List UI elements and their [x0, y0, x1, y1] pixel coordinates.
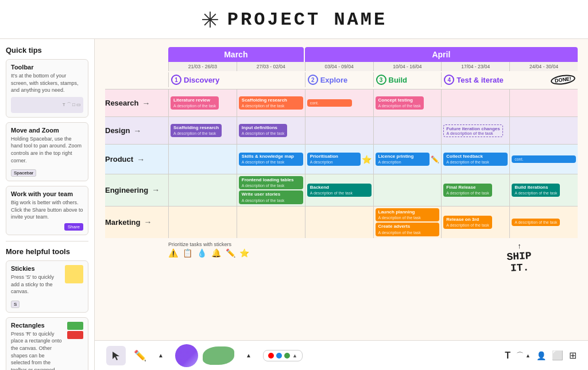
toolbar-card-img: T ⌒ □ ▭: [11, 97, 83, 113]
sticky-yellow-icon: [65, 265, 83, 283]
gantt-cell: Final Release A description of the task: [441, 174, 509, 206]
design-label: Design: [105, 126, 130, 135]
phase-3-num: 3: [376, 75, 386, 85]
spacebar-button[interactable]: Spacebar: [11, 169, 36, 177]
gantt-cell: [509, 89, 578, 116]
phase-4-num: 4: [444, 75, 454, 85]
gantt-cell: Build iterations A description of the ta…: [509, 174, 578, 206]
color-green: [284, 353, 290, 359]
marketing-arrow-icon: →: [144, 217, 152, 227]
pencil-emoji-icon: ✏️: [431, 155, 439, 163]
cursor-tool[interactable]: [106, 346, 126, 365]
week-2: 27/03 - 02/04: [237, 62, 305, 71]
task-bar: Release on 3rd A description of the task: [443, 216, 492, 229]
gantt-cell: [168, 207, 237, 238]
frame-icon: ⬜: [552, 350, 563, 361]
row-label-product: Product →: [105, 145, 168, 174]
more-tools-title: More helpful tools: [6, 247, 88, 256]
canvas-area[interactable]: March April 21/03 - 26/03 27/03 - 02/04 …: [95, 39, 588, 370]
gantt-cell: Skills & knowledge map A description of …: [237, 145, 305, 174]
gantt-cell: [168, 145, 237, 174]
team-card-desc: Big work is better with others. Click th…: [11, 199, 83, 221]
gantt-cell: A description of the task: [509, 207, 578, 238]
task-bar: cont.: [512, 155, 576, 163]
ship-it-text: SHIPIT.: [506, 251, 532, 275]
week-4: 10/04 - 16/04: [373, 62, 442, 71]
connector-tool[interactable]: ⌒ ▲: [516, 350, 531, 361]
bottom-toolbar: ✏️ ▲ ▲ ▲: [95, 340, 588, 370]
week-6: 24/04 - 30/04: [509, 62, 578, 71]
pen-expand[interactable]: ▲: [151, 346, 171, 365]
expand-tool[interactable]: ▲: [239, 346, 258, 365]
quick-tips-title: Quick tips: [6, 46, 88, 54]
phase-row: 1 Discovery 2 Explore 3 Build 4 Te: [105, 72, 578, 87]
gantt-cell: Concept testing A description of the tas…: [373, 89, 442, 116]
arrange-tool[interactable]: 👤: [536, 351, 546, 360]
phase-test: 4 Test & iterate DONE!: [441, 72, 578, 87]
main-area: Quick tips Toolbar It's at the bottom of…: [0, 39, 588, 370]
sidebar-card-toolbar: Toolbar It's at the bottom of your scree…: [6, 59, 88, 118]
row-label-research: Research →: [105, 89, 168, 116]
sidebar-card-rectangles: Rectangles Press 'R' to quickly place a …: [6, 317, 88, 370]
week-1: 21/03 - 26/03: [168, 62, 237, 71]
gantt-container: March April 21/03 - 26/03 27/03 - 02/04 …: [95, 39, 588, 340]
grid-tool[interactable]: ⊞: [569, 350, 577, 361]
phase-2-num: 2: [308, 75, 318, 85]
phase-1-label: Discovery: [184, 76, 219, 84]
sticker-text: Prioritize tasks with stickers: [168, 242, 250, 247]
connector-icon: ⌒: [516, 350, 524, 361]
pen-tool[interactable]: ✏️: [130, 346, 150, 365]
annotation-area: Prioritize tasks with stickers ⚠️ 📋 💧 🔔 …: [105, 238, 578, 274]
gantt-cell: Launch planning A description of the tas…: [373, 207, 442, 238]
task-bar: Concept testing A description of the tas…: [376, 96, 424, 110]
blob-shape: [203, 346, 234, 365]
expand-colors[interactable]: ▲: [292, 353, 297, 359]
task-bar: Literature review A description of the t…: [171, 96, 219, 110]
gantt-cell: Collect feedback A description of the ta…: [441, 145, 509, 174]
circle-shape: [175, 344, 198, 367]
color-tool-group[interactable]: ▲: [263, 350, 303, 361]
table-row: Research → Literature review A descripti…: [105, 89, 578, 116]
gantt-cell: Backend A description of the task: [305, 174, 373, 206]
share-button[interactable]: Share: [64, 223, 83, 231]
rect-shapes-icon: [67, 322, 83, 370]
task-bar: Write user stories A description of the …: [239, 190, 303, 204]
month-row: March April: [105, 47, 578, 62]
week-5: 17/04 - 23/04: [441, 62, 509, 71]
sticker-annotation: Prioritize tasks with stickers ⚠️ 📋 💧 🔔 …: [168, 242, 250, 258]
frame-tool[interactable]: ⬜: [552, 350, 563, 361]
sidebar-card-stickies: Stickies Press 'S' to quickly add a stic…: [6, 260, 88, 313]
gantt-cell: cont.: [305, 89, 373, 116]
engineering-arrow-icon: →: [152, 185, 160, 194]
gantt-cell: [441, 89, 509, 116]
sidebar-card-team: Work with your team Big work is better w…: [6, 186, 88, 235]
ship-it-arrow: ↑: [507, 242, 532, 250]
gantt-cell: Prioritisation A description ⭐: [305, 145, 373, 174]
table-row: Marketing → Launch planning A descriptio…: [105, 206, 578, 238]
gantt-cell: [373, 174, 442, 206]
product-label: Product: [105, 155, 133, 163]
gantt-cell: Scaffolding research A description of th…: [168, 117, 237, 144]
product-arrow-icon: →: [137, 155, 145, 164]
sidebar-card-move-zoom: Move and Zoom Holding Spacebar, use the …: [6, 122, 88, 181]
gantt-cell: [373, 117, 442, 144]
toolbar-card-desc: It's at the bottom of your screen, with …: [11, 72, 83, 94]
team-card-title: Work with your team: [11, 190, 83, 197]
gantt-cell: [168, 174, 237, 206]
bottom-left-tools: ✏️ ▲ ▲ ▲: [106, 344, 303, 367]
gantt-cell: [237, 207, 305, 238]
row-label-engineering: Engineering →: [105, 174, 168, 206]
text-tool[interactable]: T: [505, 350, 510, 361]
gantt-cell: [305, 117, 373, 144]
stickies-card-desc: Press 'S' to quickly add a sticky to the…: [11, 274, 61, 295]
star-emoji-icon: ⭐: [362, 155, 372, 164]
star-icon: ✳: [201, 7, 219, 33]
task-bar: cont.: [307, 99, 352, 107]
marketing-label: Marketing: [105, 218, 140, 227]
phase-explore: 2 Explore: [305, 72, 373, 87]
s-key-badge: S: [11, 301, 20, 308]
shape-tool-group: ▲: [239, 346, 258, 365]
connector-expand: ▲: [525, 353, 531, 359]
gantt-cell: Scaffolding research A description of th…: [237, 89, 305, 116]
project-title: PROJECT NAME: [227, 9, 387, 30]
